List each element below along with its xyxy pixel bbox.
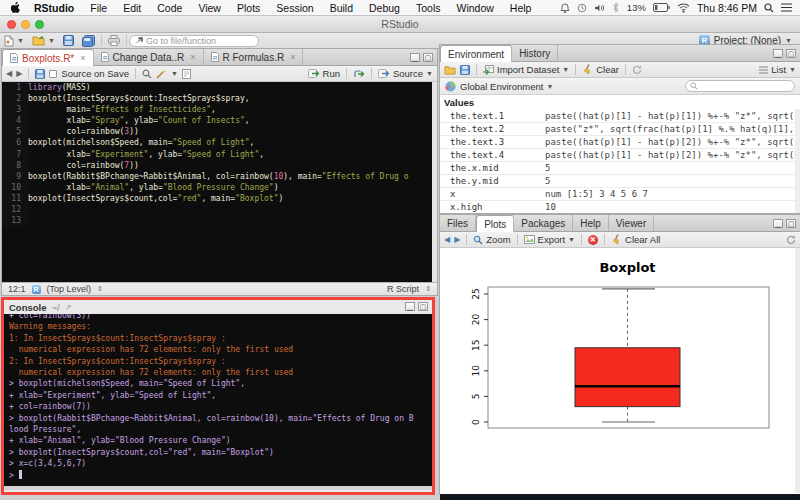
console-minimize-icon[interactable]: ▁ (405, 302, 415, 311)
save-workspace-icon[interactable] (460, 65, 470, 75)
clear-all-plots-button[interactable]: Clear All (611, 234, 660, 245)
menu-plots[interactable]: Plots (229, 0, 268, 16)
tab-viewer[interactable]: Viewer (609, 215, 654, 231)
menu-session[interactable]: Session (268, 0, 321, 16)
bluetooth-icon[interactable] (612, 2, 620, 13)
environment-variable-row[interactable]: the.text.1paste((hat(p)[1] - hat(p)[1]) … (440, 109, 800, 122)
refresh-icon[interactable] (632, 65, 642, 75)
next-plot-icon[interactable]: ▶ (454, 235, 460, 244)
tab-r-formulas-r[interactable]: RR Formulas.R× (204, 49, 304, 65)
console-maximize-icon[interactable]: ▢ (418, 302, 428, 311)
environment-variable-row[interactable]: the.text.3paste((hat(p)[1] - hat(p)[2]) … (440, 135, 800, 148)
environment-variable-row[interactable]: the.x.mid5 (440, 161, 800, 174)
forward-icon[interactable]: ▶ (16, 69, 22, 78)
remove-plot-icon[interactable]: ✕ (588, 235, 598, 245)
source-minimize-icon[interactable]: ▁ (410, 53, 420, 62)
refresh-plot-icon[interactable] (786, 235, 796, 245)
import-dataset-button[interactable]: Import Dataset ▼ (483, 64, 569, 75)
console-hscrollbar[interactable] (4, 486, 432, 490)
open-file-button[interactable]: ▼ (28, 35, 59, 46)
open-in-new-window-icon[interactable]: ↗ (65, 303, 72, 312)
tab-close-icon[interactable]: × (290, 52, 295, 62)
tab-plots[interactable]: Plots (476, 215, 514, 232)
run-button[interactable]: Run (308, 68, 340, 79)
environment-pane: EnvironmentHistory ▁ ▢ Import Dataset ▼ … (440, 45, 800, 213)
menubar-clock[interactable]: Thu 8:46 PM (697, 2, 757, 14)
source-on-save-checkbox[interactable] (49, 70, 57, 78)
save-all-button[interactable] (78, 35, 99, 47)
list-view-button[interactable]: List ▼ (759, 64, 796, 75)
notification-bell-icon[interactable] (560, 3, 570, 13)
plots-minimize-icon[interactable]: ▁ (773, 219, 783, 228)
volume-icon[interactable] (594, 3, 605, 13)
env-maximize-icon[interactable]: ▢ (786, 49, 796, 58)
new-file-button[interactable]: ▼ (0, 35, 28, 47)
environment-variable-row[interactable]: xnum [1:5] 3 4 5 6 7 (440, 187, 800, 200)
scope-selector[interactable]: (Top Level) (47, 284, 92, 294)
tab-files[interactable]: Files (440, 215, 476, 231)
code-tools-wand-icon[interactable] (156, 69, 167, 79)
plots-maximize-icon[interactable]: ▢ (786, 219, 796, 228)
back-icon[interactable]: ◀ (6, 69, 12, 78)
window-minimize-button[interactable] (21, 20, 30, 29)
previous-plot-icon[interactable]: ◀ (444, 235, 450, 244)
time-machine-icon[interactable] (577, 3, 587, 13)
compile-report-icon[interactable] (182, 69, 191, 79)
battery-percentage: 13% (627, 2, 646, 13)
print-button[interactable] (104, 35, 124, 46)
tab-close-icon[interactable]: × (80, 53, 85, 63)
export-plot-button[interactable]: Export ▼ (524, 234, 575, 245)
notification-center-icon[interactable] (781, 3, 792, 12)
save-button[interactable] (59, 35, 78, 46)
environment-variable-row[interactable]: the.text.4paste((hat(p)[1] - hat(p)[2]) … (440, 148, 800, 161)
tab-close-icon[interactable]: × (190, 52, 195, 62)
source-button[interactable]: Source ▼ (378, 68, 433, 79)
menu-window[interactable]: Window (448, 0, 501, 16)
wifi-icon[interactable] (677, 3, 690, 13)
menu-debug[interactable]: Debug (361, 0, 408, 16)
clear-environment-button[interactable]: Clear (582, 64, 619, 75)
tab-help[interactable]: Help (573, 215, 609, 231)
menu-file[interactable]: File (82, 0, 115, 16)
menu-rstudio[interactable]: RStudio (26, 0, 82, 16)
editor-scrollbar[interactable] (432, 82, 437, 282)
zoom-plot-button[interactable]: Zoom (473, 234, 510, 245)
global-environment-icon (445, 81, 456, 92)
battery-icon[interactable] (653, 3, 670, 12)
menu-edit[interactable]: Edit (115, 0, 149, 16)
environment-scope-selector[interactable]: Global Environment ▼ (460, 81, 553, 92)
environment-variable-row[interactable]: x.high10 (440, 200, 800, 213)
environment-scrollbar[interactable] (795, 109, 800, 213)
tab-history[interactable]: History (512, 45, 558, 61)
console-path: ~/ (51, 302, 59, 313)
console-output[interactable]: + col=rainbow(3))Warning messages:1: In … (4, 314, 432, 486)
env-minimize-icon[interactable]: ▁ (773, 49, 783, 58)
rerun-button[interactable] (353, 69, 365, 79)
plots-scrollbar[interactable] (795, 248, 800, 493)
menu-code[interactable]: Code (149, 0, 190, 16)
tab-environment[interactable]: Environment (440, 45, 512, 62)
window-close-button[interactable] (7, 20, 16, 29)
find-icon[interactable] (142, 69, 152, 79)
save-icon[interactable] (35, 69, 45, 79)
tab-packages[interactable]: Packages (514, 215, 573, 231)
doc-type-selector[interactable]: R Script (387, 284, 419, 294)
menu-build[interactable]: Build (322, 0, 361, 16)
source-maximize-icon[interactable]: ▢ (423, 53, 433, 62)
tab-boxplots-r-[interactable]: RBoxplots.R*× (2, 49, 94, 66)
spotlight-search-icon[interactable] (764, 3, 774, 13)
environment-variable-row[interactable]: the.text.2paste("z*", sqrt(frac(hat(p)[1… (440, 122, 800, 135)
variable-name: the.x.mid (440, 163, 545, 173)
tab-change-data-r[interactable]: RChange Data..R× (94, 49, 204, 65)
menu-help[interactable]: Help (502, 0, 540, 16)
menu-tools[interactable]: Tools (408, 0, 449, 16)
menu-view[interactable]: View (190, 0, 229, 16)
load-workspace-icon[interactable] (444, 65, 456, 75)
environment-variable-row[interactable]: the.y.mid5 (440, 174, 800, 187)
environment-search-input[interactable] (685, 80, 795, 92)
window-zoom-button[interactable] (35, 20, 44, 29)
apple-menu[interactable] (0, 2, 26, 14)
goto-file-function-input[interactable]: Go to file/function (129, 35, 259, 47)
window-title: RStudio (0, 16, 800, 32)
code-editor[interactable]: 1library(MASS)2boxplot(InsectSprays$coun… (2, 82, 437, 282)
